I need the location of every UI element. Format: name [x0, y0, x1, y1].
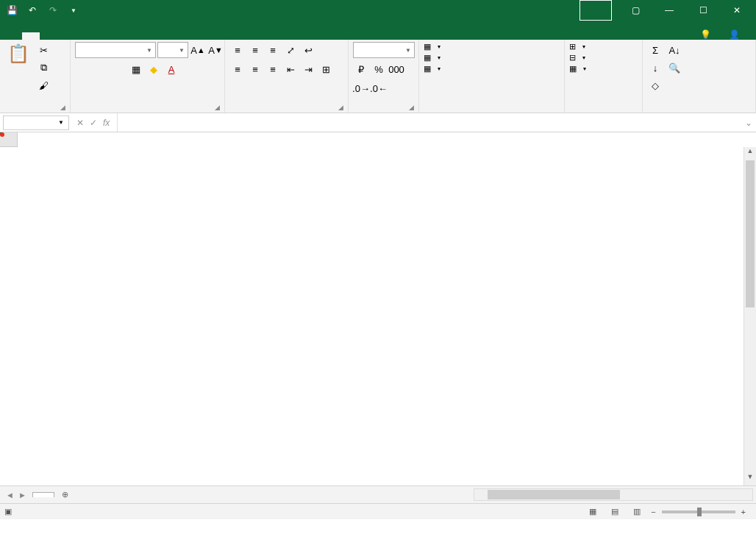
font-color-icon[interactable]: A	[163, 61, 179, 77]
comma-icon[interactable]: 000	[388, 61, 404, 77]
cancel-formula-icon[interactable]: ✕	[76, 118, 84, 128]
format-painter-icon[interactable]: 🖌	[35, 77, 51, 93]
align-top-icon[interactable]: ≡	[229, 42, 246, 58]
share-icon[interactable]: 👤	[729, 29, 740, 40]
increase-decimal-icon[interactable]: .0→	[353, 80, 369, 96]
fill-icon[interactable]: ↓	[647, 60, 663, 76]
currency-icon[interactable]: ₽	[353, 61, 369, 77]
tab-file[interactable]	[4, 32, 22, 40]
delete-cells-button[interactable]: ⊟ ▾	[569, 53, 585, 63]
tab-formulas[interactable]	[75, 32, 93, 40]
merge-icon[interactable]: ⊞	[318, 61, 334, 77]
tell-me-icon[interactable]: 💡	[700, 29, 711, 40]
decrease-font-icon[interactable]: A▼	[207, 42, 224, 58]
redo-icon[interactable]: ↷	[44, 1, 62, 19]
find-select-icon[interactable]: 🔍	[666, 60, 682, 76]
bold-button[interactable]	[75, 61, 91, 77]
zoom-slider[interactable]	[662, 510, 735, 513]
fill-color-icon[interactable]: ◆	[146, 61, 162, 77]
undo-icon[interactable]: ↶	[24, 1, 41, 19]
font-size-combo[interactable]: ▼	[157, 42, 188, 58]
format-as-table-button[interactable]: ▦ ▾	[424, 53, 441, 63]
fx-icon[interactable]: fx	[103, 118, 110, 128]
align-bottom-icon[interactable]: ≡	[265, 42, 281, 58]
zoom-in-button[interactable]: +	[741, 508, 746, 516]
number-format-combo[interactable]: ▼	[353, 42, 415, 58]
tab-data[interactable]	[93, 32, 110, 40]
copy-icon[interactable]: ⧉	[35, 60, 51, 76]
dialog-launcher-icon[interactable]: ◢	[60, 104, 65, 111]
scrollbar-thumb[interactable]	[488, 490, 620, 499]
qat-dropdown-icon[interactable]: ▼	[65, 1, 82, 19]
close-icon[interactable]: ✕	[721, 0, 753, 21]
dialog-launcher-icon[interactable]: ◢	[409, 104, 414, 111]
insert-cells-button[interactable]: ⊞ ▾	[569, 42, 585, 51]
add-sheet-button[interactable]: ⊕	[54, 490, 76, 499]
percent-icon[interactable]: %	[371, 61, 387, 77]
normal-view-icon[interactable]: ▦	[585, 507, 601, 516]
paste-button[interactable]: 📋	[4, 42, 32, 67]
page-break-view-icon[interactable]: ▥	[629, 507, 645, 516]
insert-icon: ⊞	[569, 42, 576, 51]
save-icon[interactable]: 💾	[3, 1, 21, 19]
select-all-button[interactable]	[0, 132, 18, 147]
orientation-icon[interactable]: ⤢	[282, 42, 299, 58]
sheet-nav-next-icon[interactable]: ►	[18, 491, 26, 499]
decrease-indent-icon[interactable]: ⇤	[282, 61, 299, 77]
sheet-nav-prev-icon[interactable]: ◄	[6, 491, 14, 499]
tab-developer[interactable]	[146, 32, 163, 40]
increase-indent-icon[interactable]: ⇥	[300, 61, 316, 77]
page-layout-view-icon[interactable]: ▤	[607, 507, 623, 516]
tab-view[interactable]	[128, 32, 146, 40]
align-right-icon[interactable]: ≡	[265, 61, 281, 77]
formula-bar[interactable]	[117, 113, 741, 132]
sort-filter-icon[interactable]: A↓	[666, 42, 682, 58]
scrollbar-thumb[interactable]	[746, 160, 755, 307]
cell-styles-button[interactable]: ▦ ▾	[424, 64, 441, 74]
cond-format-icon: ▦	[424, 42, 431, 51]
conditional-formatting-button[interactable]: ▦ ▾	[424, 42, 441, 51]
dialog-launcher-icon[interactable]: ◢	[338, 104, 343, 111]
underline-button[interactable]	[110, 61, 126, 77]
delete-icon: ⊟	[569, 53, 576, 63]
sheet-tab[interactable]	[32, 492, 54, 497]
tab-review[interactable]	[110, 32, 128, 40]
align-middle-icon[interactable]: ≡	[247, 42, 263, 58]
format-icon: ▦	[569, 64, 577, 74]
ribbon-display-icon[interactable]: ▢	[619, 0, 652, 21]
maximize-icon[interactable]: ☐	[687, 0, 719, 21]
tab-help[interactable]	[163, 32, 181, 40]
autosum-icon[interactable]: Σ	[647, 42, 663, 58]
borders-icon[interactable]: ▦	[128, 61, 144, 77]
font-name-combo[interactable]: ▼	[75, 42, 156, 58]
clear-icon[interactable]: ◇	[647, 77, 663, 93]
zoom-out-button[interactable]: −	[651, 508, 655, 516]
align-left-icon[interactable]: ≡	[229, 61, 246, 77]
cut-icon[interactable]: ✂	[35, 42, 51, 58]
format-cells-button[interactable]: ▦ ▾	[569, 64, 586, 74]
cell-styles-icon: ▦	[424, 64, 431, 74]
italic-button[interactable]	[93, 61, 109, 77]
increase-font-icon[interactable]: A▲	[190, 42, 206, 58]
decrease-decimal-icon[interactable]: .0←	[371, 80, 387, 96]
minimize-icon[interactable]: —	[653, 0, 685, 21]
record-macro-icon[interactable]: ▣	[4, 507, 12, 516]
name-box[interactable]: ▼	[3, 115, 69, 130]
tab-page-layout[interactable]	[57, 32, 75, 40]
clipboard-icon: 📋	[7, 43, 29, 64]
tab-home[interactable]	[22, 32, 40, 40]
signin-button[interactable]	[580, 0, 612, 21]
wrap-text-icon[interactable]: ↩	[300, 42, 316, 58]
vertical-scrollbar[interactable]: ▲ ▼	[743, 147, 756, 485]
horizontal-scrollbar[interactable]	[474, 488, 753, 501]
table-icon: ▦	[424, 53, 431, 63]
expand-formula-bar-icon[interactable]: ⌄	[741, 118, 756, 128]
tab-insert[interactable]	[40, 32, 57, 40]
align-center-icon[interactable]: ≡	[247, 61, 263, 77]
enter-formula-icon[interactable]: ✓	[90, 118, 97, 128]
dialog-launcher-icon[interactable]: ◢	[215, 104, 220, 111]
